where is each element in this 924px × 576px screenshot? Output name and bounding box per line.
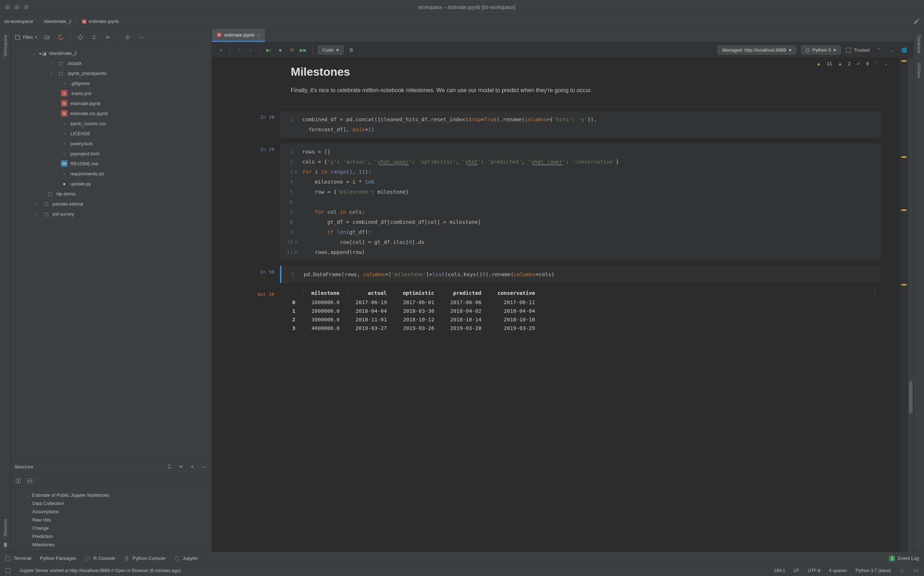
minimize-button[interactable]: —: [200, 462, 208, 470]
indent-setting[interactable]: 4 spaces: [829, 568, 847, 573]
breadcrumb-folder[interactable]: nbestimate_2: [43, 19, 71, 24]
gutter-mark[interactable]: [902, 60, 906, 62]
server-selector[interactable]: Managed: http://localhost:8888 ▾: [718, 46, 796, 54]
editor-tab[interactable]: ip estimate.ipynb ×: [212, 29, 265, 42]
python-packages-tab[interactable]: Python Packages: [40, 555, 76, 561]
lock-icon[interactable]: [900, 568, 905, 573]
move-down-button[interactable]: ↓: [247, 46, 255, 54]
side-tab-database[interactable]: Database: [916, 32, 921, 57]
chevron-up-icon[interactable]: ⌃: [874, 46, 882, 54]
restart-button[interactable]: ⟳: [288, 46, 296, 54]
tool-window-icon[interactable]: [5, 568, 11, 573]
jupyter-tab[interactable]: Jupyter: [174, 555, 198, 561]
locate-button[interactable]: [77, 34, 84, 41]
bookmarks-icon[interactable]: [3, 542, 8, 548]
tree-folder[interactable]: ›▢.ipynb_checkpoints: [11, 68, 212, 78]
structure-tree-icon[interactable]: [26, 477, 34, 485]
tree-file[interactable]: mdREADME.md: [11, 158, 212, 168]
python-console-tab[interactable]: Python Console: [124, 555, 165, 561]
tree-file[interactable]: ▫.gitignore: [11, 78, 212, 88]
table-row[interactable]: 01000000.02017-06-192017-06-012017-06-06…: [284, 298, 543, 307]
side-tab-sciview[interactable]: SciView: [916, 59, 921, 82]
structure-item[interactable]: Milestones: [11, 541, 212, 549]
terminal-tab[interactable]: Terminal: [5, 555, 31, 561]
structure-tree[interactable]: ⌄ Estimate of Public Jupyter Notebooks D…: [11, 488, 212, 552]
run-cell-button[interactable]: ▶⎮: [265, 46, 273, 54]
side-tab-structure[interactable]: Structure: [3, 515, 8, 540]
chevron-up-icon[interactable]: ⌃: [874, 61, 878, 66]
chevron-down-icon[interactable]: ⌄: [32, 51, 37, 56]
structure-view-icon[interactable]: [14, 477, 22, 485]
gutter-mark[interactable]: [902, 284, 906, 285]
table-row[interactable]: 23000000.02018-11-012018-10-122018-10-14…: [284, 315, 543, 324]
file-encoding[interactable]: UTF-8: [808, 568, 820, 573]
tree-folder[interactable]: ›▢pandas-tutorial: [11, 199, 212, 209]
code-cell-active[interactable]: In 30 1pd.DataFrame(rows, columns=['mile…: [219, 266, 881, 283]
tree-file[interactable]: ▫requirements.txt: [11, 168, 212, 179]
gear-icon[interactable]: [188, 462, 196, 470]
tree-file[interactable]: ●update.py: [11, 179, 212, 189]
inspection-gutter[interactable]: [899, 58, 908, 552]
inspection-summary[interactable]: ▲11 ▲2 ✔9 ⌃ ⌄: [816, 61, 888, 66]
code-editor[interactable]: 1rows = [] 2cols = {'y': 'actual', 'yhat…: [280, 143, 881, 261]
line-ending[interactable]: LF: [794, 568, 799, 573]
structure-item[interactable]: Prediction: [11, 532, 212, 541]
code-cell[interactable]: In 28 1combined_df = pd.concat([cleaned_…: [219, 111, 881, 138]
r-console-tab[interactable]: R Console: [85, 555, 115, 561]
output-dataframe[interactable]: ⋮ milestoneactualoptimisticpredictedcons…: [284, 288, 881, 333]
cell-type-selector[interactable]: Code ▾: [318, 46, 343, 54]
code-cell[interactable]: In 29 1rows = [] 2cols = {'y': 'actual',…: [219, 143, 881, 261]
expand-all-button[interactable]: [165, 462, 173, 470]
side-tab-workspace[interactable]: Workspace: [3, 32, 8, 60]
status-message[interactable]: Jupyter Server started at http://localho…: [19, 568, 181, 573]
tree-folder[interactable]: ›▢.dstack: [11, 58, 212, 68]
code-editor[interactable]: 1pd.DataFrame(rows, columns=['milestone'…: [281, 266, 881, 283]
memory-indicator-icon[interactable]: [913, 568, 919, 573]
caret-position[interactable]: 184:1: [774, 568, 785, 573]
chevron-down-icon[interactable]: ⌄: [887, 46, 895, 54]
more-icon[interactable]: ⋮: [872, 290, 877, 295]
tree-file[interactable]: ▫LICENSE: [11, 128, 212, 138]
minimize-button[interactable]: —: [137, 34, 145, 41]
trusted-checkbox[interactable]: Trusted: [846, 47, 869, 53]
tree-folder-root[interactable]: ⌄ ▸◪ nbestimate_2: [11, 48, 212, 58]
chevron-right-icon[interactable]: ›: [36, 211, 40, 217]
tree-file[interactable]: ipestimate.ipynb: [11, 98, 212, 108]
chevron-right-icon[interactable]: ›: [50, 61, 55, 66]
collapse-all-button[interactable]: [104, 34, 112, 41]
tree-folder[interactable]: ›▢psf-survey: [11, 209, 212, 219]
run-all-button[interactable]: ▶▶: [299, 46, 307, 54]
structure-item[interactable]: Assumptions: [11, 507, 212, 516]
add-cell-button[interactable]: ＋: [217, 46, 225, 54]
table-row[interactable]: 12000000.02018-04-042018-03-302018-04-02…: [284, 307, 543, 315]
traffic-min[interactable]: [14, 5, 19, 10]
markdown-cell[interactable]: Milestones Finally, it's nice to celebra…: [212, 65, 888, 106]
structure-root[interactable]: ⌄ Estimate of Public Jupyter Notebooks: [11, 491, 212, 499]
scrollbar-vertical[interactable]: [908, 58, 913, 552]
tree-file[interactable]: ▫pyproject.toml: [11, 149, 212, 158]
chevron-down-icon[interactable]: ⌄: [884, 61, 888, 66]
chevron-right-icon[interactable]: ›: [36, 201, 40, 206]
breadcrumb-root[interactable]: ds-workspace: [4, 19, 33, 24]
table-row[interactable]: 34000000.02019-03-272019-03-262019-03-28…: [284, 324, 543, 333]
files-label[interactable]: Files: [23, 34, 33, 40]
interpreter[interactable]: Python 3.7 (base): [855, 568, 891, 573]
tree-file[interactable]: ipestimate.src.ipynb: [11, 108, 212, 118]
collapse-all-button[interactable]: [177, 462, 185, 470]
structure-item[interactable]: Data Collection: [11, 499, 212, 507]
gear-icon[interactable]: [124, 34, 132, 41]
kernel-selector[interactable]: Python 3 ▾: [801, 46, 841, 54]
breadcrumb-file[interactable]: estimate.ipynb: [89, 19, 119, 24]
notebook-body[interactable]: ▲11 ▲2 ✔9 ⌃ ⌄ Milestones Finally, it's n…: [212, 58, 899, 552]
delete-cell-button[interactable]: 🗑: [347, 46, 355, 54]
chevron-down-icon[interactable]: ⌄: [25, 493, 29, 498]
gutter-mark[interactable]: [902, 210, 906, 211]
code-editor[interactable]: 1combined_df = pd.concat([cleaned_hits_d…: [280, 111, 881, 138]
stop-button[interactable]: ■: [276, 46, 284, 54]
file-tree[interactable]: ⌄ ▸◪ nbestimate_2 ›▢.dstack ›▢.ipynb_che…: [11, 46, 212, 459]
tree-file[interactable]: ▫poetry.lock: [11, 138, 212, 149]
chevron-right-icon[interactable]: ›: [50, 70, 55, 76]
tree-folder[interactable]: ▢nlp-demo: [11, 189, 212, 199]
expand-all-button[interactable]: [90, 34, 98, 41]
refresh-button[interactable]: [57, 34, 65, 41]
